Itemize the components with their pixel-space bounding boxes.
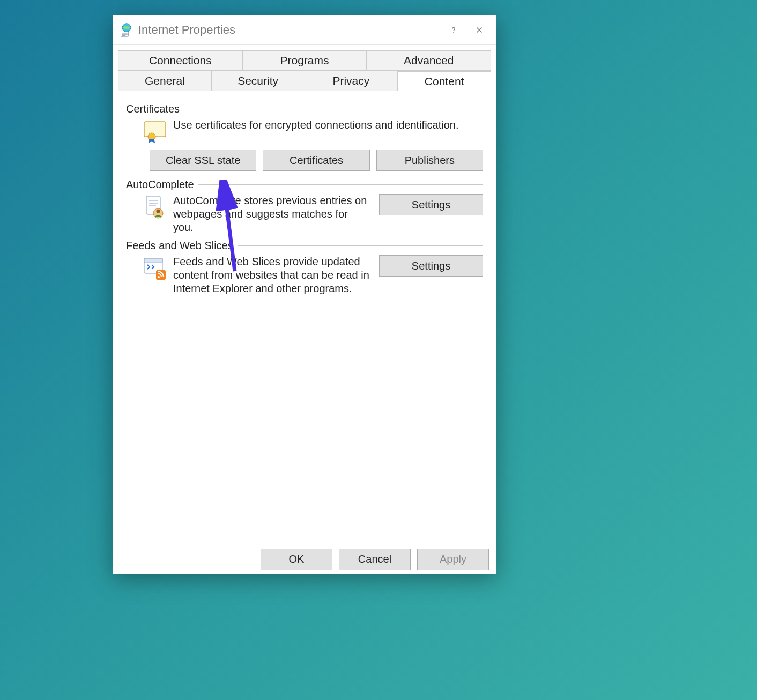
group-label: Certificates (126, 103, 180, 115)
tabs: Connections Programs Advanced General Se… (113, 45, 496, 91)
group-autocomplete-header: AutoComplete (126, 178, 483, 191)
autocomplete-icon (142, 194, 168, 220)
titlebar: Internet Properties (113, 15, 496, 45)
publishers-button[interactable]: Publishers (376, 150, 483, 171)
cancel-button[interactable]: Cancel (339, 549, 411, 570)
autocomplete-description: AutoComplete stores previous entries on … (173, 194, 374, 234)
svg-rect-16 (144, 258, 162, 262)
svg-point-5 (453, 32, 454, 33)
tab-connections[interactable]: Connections (118, 50, 243, 71)
group-label: AutoComplete (126, 178, 194, 191)
feeds-description: Feeds and Web Slices provide updated con… (173, 255, 374, 295)
autocomplete-settings-button[interactable]: Settings (379, 194, 483, 215)
certificates-button[interactable]: Certificates (263, 150, 369, 171)
divider (238, 245, 483, 246)
svg-point-18 (158, 276, 160, 278)
tab-programs[interactable]: Programs (243, 50, 367, 71)
tab-advanced[interactable]: Advanced (367, 50, 491, 71)
dialog-footer: OK Cancel Apply (113, 545, 496, 574)
certificates-description: Use certificates for encrypted connectio… (173, 118, 483, 132)
apply-button[interactable]: Apply (417, 549, 489, 570)
group-label: Feeds and Web Slices (126, 240, 233, 252)
internet-options-icon (119, 23, 134, 38)
internet-properties-dialog: Internet Properties Connections Programs… (113, 15, 496, 574)
dialog-title: Internet Properties (138, 23, 441, 37)
group-certificates-header: Certificates (126, 103, 483, 115)
help-button[interactable] (441, 19, 466, 41)
divider (198, 184, 483, 185)
tab-panel-content: Certificates Use certificates for encryp… (118, 91, 491, 539)
svg-point-14 (157, 210, 160, 213)
tab-general[interactable]: General (118, 71, 212, 91)
group-feeds-header: Feeds and Web Slices (126, 240, 483, 252)
close-button[interactable] (466, 19, 492, 41)
tab-security[interactable]: Security (212, 71, 305, 91)
divider (184, 109, 483, 109)
feeds-icon (142, 255, 168, 281)
tab-content[interactable]: Content (398, 71, 491, 92)
ok-button[interactable]: OK (261, 549, 332, 570)
certificate-icon (142, 118, 168, 144)
tab-privacy[interactable]: Privacy (305, 71, 398, 91)
clear-ssl-state-button[interactable]: Clear SSL state (150, 150, 256, 171)
feeds-settings-button[interactable]: Settings (379, 255, 483, 277)
